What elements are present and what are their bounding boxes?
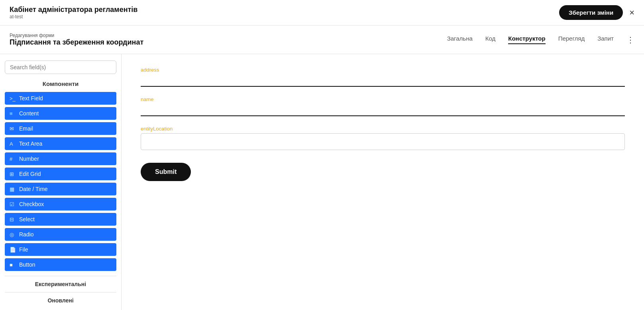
component-button-label: Button	[19, 261, 35, 268]
component-checkbox[interactable]: ☑ Checkbox	[5, 198, 116, 211]
text-area-icon: A	[10, 141, 16, 147]
divider-1	[5, 276, 116, 276]
component-edit-grid[interactable]: ⊞ Edit Grid	[5, 168, 116, 180]
divider-2	[5, 292, 116, 292]
header-right: Зберегти зміни ×	[559, 5, 634, 20]
component-email[interactable]: ✉ Email	[5, 122, 116, 135]
close-button[interactable]: ×	[629, 8, 634, 17]
component-edit-grid-label: Edit Grid	[19, 171, 41, 177]
component-file-label: File	[19, 246, 28, 253]
header-left: Кабінет адміністратора регламентів at-te…	[10, 6, 137, 19]
tabs-bar: Загальна Код Конструктор Перегляд Запит …	[447, 35, 634, 45]
component-radio[interactable]: ◎ Radio	[5, 228, 116, 241]
field-name[interactable]	[141, 104, 625, 116]
component-date-time-label: Date / Time	[19, 186, 48, 192]
checkbox-icon: ☑	[10, 201, 16, 207]
number-icon: #	[10, 156, 16, 162]
component-button[interactable]: ■ Button	[5, 258, 116, 271]
form-edit-label: Редагування форми	[10, 33, 143, 38]
file-icon: 📄	[10, 247, 16, 253]
edit-grid-icon: ⊞	[10, 171, 16, 177]
component-date-time[interactable]: ▦ Date / Time	[5, 183, 116, 195]
component-select[interactable]: ⊟ Select	[5, 213, 116, 226]
component-checkbox-label: Checkbox	[19, 201, 44, 207]
field-address[interactable]	[141, 74, 625, 87]
main-layout: Компоненти >_ Text Field ≡ Content ✉ Ema…	[0, 54, 644, 310]
submit-button[interactable]: Submit	[141, 163, 191, 181]
email-icon: ✉	[10, 126, 16, 132]
tab-preview[interactable]: Перегляд	[558, 35, 585, 44]
field-entity-location[interactable]	[141, 133, 625, 150]
sidebar: Компоненти >_ Text Field ≡ Content ✉ Ema…	[0, 54, 122, 310]
subheader: Редагування форми Підписання та збережен…	[0, 25, 644, 54]
field-label-address: address	[141, 67, 625, 73]
experimental-label: Експериментальні	[5, 281, 116, 287]
component-content-label: Content	[19, 110, 39, 117]
text-field-icon: >_	[10, 96, 16, 101]
field-label-entity-location: entityLocation	[141, 126, 625, 132]
field-label-name: name	[141, 96, 625, 102]
field-group-name: name	[141, 96, 625, 116]
form-info: Редагування форми Підписання та збережен…	[10, 33, 143, 47]
search-input[interactable]	[5, 60, 116, 74]
form-canvas: address name entityLocation Submit	[122, 54, 644, 310]
field-group-entity-location: entityLocation	[141, 126, 625, 150]
button-icon: ■	[10, 262, 16, 268]
components-label: Компоненти	[5, 80, 116, 87]
tab-code[interactable]: Код	[485, 35, 496, 44]
content-icon: ≡	[10, 111, 16, 117]
component-text-field-label: Text Field	[19, 95, 43, 101]
header: Кабінет адміністратора регламентів at-te…	[0, 0, 644, 25]
component-text-field[interactable]: >_ Text Field	[5, 92, 116, 105]
tab-general[interactable]: Загальна	[447, 35, 473, 44]
form-title: Підписання та збереження координат	[10, 38, 143, 47]
tab-query[interactable]: Запит	[597, 35, 614, 44]
component-file[interactable]: 📄 File	[5, 243, 116, 256]
date-time-icon: ▦	[10, 186, 16, 192]
tab-constructor[interactable]: Конструктор	[508, 35, 545, 44]
component-text-area-label: Text Area	[19, 140, 42, 147]
component-number[interactable]: # Number	[5, 152, 116, 165]
component-email-label: Email	[19, 125, 33, 132]
select-icon: ⊟	[10, 216, 16, 222]
radio-icon: ◎	[10, 232, 16, 238]
app-title: Кабінет адміністратора регламентів	[10, 6, 137, 14]
component-content[interactable]: ≡ Content	[5, 107, 116, 120]
updated-label: Оновлені	[5, 297, 116, 304]
component-text-area[interactable]: A Text Area	[5, 137, 116, 150]
tabs-more-button[interactable]: ⋮	[626, 35, 634, 45]
component-select-label: Select	[19, 216, 35, 222]
field-group-address: address	[141, 67, 625, 87]
component-number-label: Number	[19, 156, 39, 162]
component-radio-label: Radio	[19, 231, 34, 238]
save-button[interactable]: Зберегти зміни	[559, 5, 623, 20]
app-subtitle: at-test	[10, 14, 137, 19]
